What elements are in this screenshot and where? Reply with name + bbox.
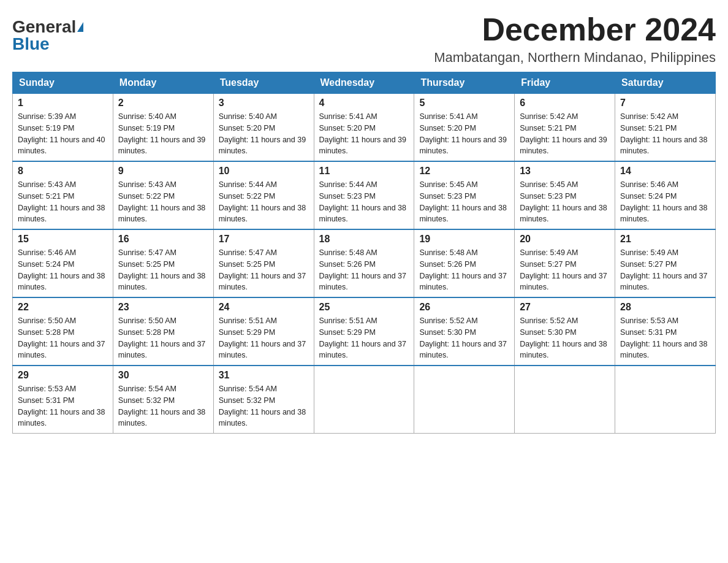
day-number: 16 [118, 234, 208, 245]
day-info: Sunrise: 5:50 AMSunset: 5:28 PMDaylight:… [18, 316, 105, 359]
month-title: December 2024 [434, 12, 716, 47]
logo: General Blue [12, 12, 83, 53]
day-number: 2 [118, 98, 208, 109]
calendar-cell [414, 366, 515, 434]
day-info: Sunrise: 5:52 AMSunset: 5:30 PMDaylight:… [419, 316, 506, 359]
calendar-cell: 9 Sunrise: 5:43 AMSunset: 5:22 PMDayligh… [113, 161, 213, 229]
day-info: Sunrise: 5:49 AMSunset: 5:27 PMDaylight:… [520, 248, 607, 291]
day-number: 5 [419, 98, 509, 109]
day-number: 19 [419, 234, 509, 245]
calendar-cell: 26 Sunrise: 5:52 AMSunset: 5:30 PMDaylig… [414, 297, 515, 366]
logo-triangle-icon [77, 22, 83, 32]
calendar-cell: 19 Sunrise: 5:48 AMSunset: 5:26 PMDaylig… [414, 229, 515, 297]
day-info: Sunrise: 5:40 AMSunset: 5:20 PMDaylight:… [219, 112, 306, 155]
day-info: Sunrise: 5:47 AMSunset: 5:25 PMDaylight:… [118, 248, 205, 291]
day-number: 25 [319, 302, 409, 313]
calendar-cell: 6 Sunrise: 5:42 AMSunset: 5:21 PMDayligh… [515, 94, 615, 162]
calendar-cell: 11 Sunrise: 5:44 AMSunset: 5:23 PMDaylig… [314, 161, 414, 229]
location-subtitle: Mambatangan, Northern Mindanao, Philippi… [434, 50, 716, 66]
day-info: Sunrise: 5:46 AMSunset: 5:24 PMDaylight:… [18, 248, 105, 291]
calendar-week-row: 15 Sunrise: 5:46 AMSunset: 5:24 PMDaylig… [13, 229, 716, 297]
weekday-header-tuesday: Tuesday [213, 72, 314, 94]
day-number: 3 [219, 98, 309, 109]
weekday-header-sunday: Sunday [13, 72, 113, 94]
calendar-week-row: 1 Sunrise: 5:39 AMSunset: 5:19 PMDayligh… [13, 94, 716, 162]
day-number: 29 [18, 370, 108, 381]
day-number: 30 [118, 370, 208, 381]
day-info: Sunrise: 5:40 AMSunset: 5:19 PMDaylight:… [118, 112, 205, 155]
calendar-cell [615, 366, 716, 434]
day-info: Sunrise: 5:44 AMSunset: 5:23 PMDaylight:… [319, 180, 406, 223]
calendar-cell: 29 Sunrise: 5:53 AMSunset: 5:31 PMDaylig… [13, 366, 113, 434]
calendar-cell: 23 Sunrise: 5:50 AMSunset: 5:28 PMDaylig… [113, 297, 213, 366]
day-info: Sunrise: 5:44 AMSunset: 5:22 PMDaylight:… [219, 180, 306, 223]
day-number: 9 [118, 166, 208, 177]
day-info: Sunrise: 5:43 AMSunset: 5:22 PMDaylight:… [118, 180, 205, 223]
day-number: 4 [319, 98, 409, 109]
calendar-week-row: 22 Sunrise: 5:50 AMSunset: 5:28 PMDaylig… [13, 297, 716, 366]
day-info: Sunrise: 5:45 AMSunset: 5:23 PMDaylight:… [520, 180, 607, 223]
day-info: Sunrise: 5:48 AMSunset: 5:26 PMDaylight:… [419, 248, 506, 291]
logo-blue-text: Blue [12, 36, 50, 53]
day-number: 15 [18, 234, 108, 245]
calendar-cell: 7 Sunrise: 5:42 AMSunset: 5:21 PMDayligh… [615, 94, 716, 162]
calendar-week-row: 29 Sunrise: 5:53 AMSunset: 5:31 PMDaylig… [13, 366, 716, 434]
day-number: 7 [620, 98, 710, 109]
calendar-cell: 10 Sunrise: 5:44 AMSunset: 5:22 PMDaylig… [213, 161, 314, 229]
calendar-cell: 14 Sunrise: 5:46 AMSunset: 5:24 PMDaylig… [615, 161, 716, 229]
calendar-cell: 16 Sunrise: 5:47 AMSunset: 5:25 PMDaylig… [113, 229, 213, 297]
calendar-cell: 17 Sunrise: 5:47 AMSunset: 5:25 PMDaylig… [213, 229, 314, 297]
day-number: 17 [219, 234, 309, 245]
day-info: Sunrise: 5:52 AMSunset: 5:30 PMDaylight:… [520, 316, 607, 359]
calendar-cell: 27 Sunrise: 5:52 AMSunset: 5:30 PMDaylig… [515, 297, 615, 366]
calendar-cell: 22 Sunrise: 5:50 AMSunset: 5:28 PMDaylig… [13, 297, 113, 366]
day-number: 23 [118, 302, 208, 313]
day-info: Sunrise: 5:41 AMSunset: 5:20 PMDaylight:… [419, 112, 506, 155]
day-info: Sunrise: 5:49 AMSunset: 5:27 PMDaylight:… [620, 248, 707, 291]
calendar-cell: 20 Sunrise: 5:49 AMSunset: 5:27 PMDaylig… [515, 229, 615, 297]
day-info: Sunrise: 5:53 AMSunset: 5:31 PMDaylight:… [620, 316, 707, 359]
weekday-header-thursday: Thursday [414, 72, 515, 94]
day-number: 28 [620, 302, 710, 313]
calendar-cell: 13 Sunrise: 5:45 AMSunset: 5:23 PMDaylig… [515, 161, 615, 229]
logo-general-text: General [12, 18, 76, 36]
day-info: Sunrise: 5:54 AMSunset: 5:32 PMDaylight:… [118, 385, 205, 427]
calendar-cell: 12 Sunrise: 5:45 AMSunset: 5:23 PMDaylig… [414, 161, 515, 229]
day-info: Sunrise: 5:42 AMSunset: 5:21 PMDaylight:… [520, 112, 607, 155]
calendar-cell: 5 Sunrise: 5:41 AMSunset: 5:20 PMDayligh… [414, 94, 515, 162]
day-number: 27 [520, 302, 610, 313]
calendar-cell: 30 Sunrise: 5:54 AMSunset: 5:32 PMDaylig… [113, 366, 213, 434]
day-number: 22 [18, 302, 108, 313]
day-number: 18 [319, 234, 409, 245]
calendar-cell: 18 Sunrise: 5:48 AMSunset: 5:26 PMDaylig… [314, 229, 414, 297]
calendar-cell: 3 Sunrise: 5:40 AMSunset: 5:20 PMDayligh… [213, 94, 314, 162]
calendar-cell: 21 Sunrise: 5:49 AMSunset: 5:27 PMDaylig… [615, 229, 716, 297]
day-info: Sunrise: 5:48 AMSunset: 5:26 PMDaylight:… [319, 248, 406, 291]
day-number: 6 [520, 98, 610, 109]
day-number: 10 [219, 166, 309, 177]
day-info: Sunrise: 5:47 AMSunset: 5:25 PMDaylight:… [219, 248, 306, 291]
day-info: Sunrise: 5:39 AMSunset: 5:19 PMDaylight:… [18, 112, 105, 155]
day-number: 14 [620, 166, 710, 177]
calendar-cell: 1 Sunrise: 5:39 AMSunset: 5:19 PMDayligh… [13, 94, 113, 162]
weekday-header-monday: Monday [113, 72, 213, 94]
weekday-header-row: SundayMondayTuesdayWednesdayThursdayFrid… [13, 72, 716, 94]
day-info: Sunrise: 5:46 AMSunset: 5:24 PMDaylight:… [620, 180, 707, 223]
day-info: Sunrise: 5:50 AMSunset: 5:28 PMDaylight:… [118, 316, 205, 359]
weekday-header-wednesday: Wednesday [314, 72, 414, 94]
day-number: 31 [219, 370, 309, 381]
calendar-week-row: 8 Sunrise: 5:43 AMSunset: 5:21 PMDayligh… [13, 161, 716, 229]
calendar-cell: 8 Sunrise: 5:43 AMSunset: 5:21 PMDayligh… [13, 161, 113, 229]
calendar-cell [314, 366, 414, 434]
calendar-cell: 4 Sunrise: 5:41 AMSunset: 5:20 PMDayligh… [314, 94, 414, 162]
calendar-cell [515, 366, 615, 434]
day-info: Sunrise: 5:41 AMSunset: 5:20 PMDaylight:… [319, 112, 406, 155]
day-number: 12 [419, 166, 509, 177]
day-info: Sunrise: 5:53 AMSunset: 5:31 PMDaylight:… [18, 385, 105, 427]
day-number: 8 [18, 166, 108, 177]
day-number: 1 [18, 98, 108, 109]
title-section: December 2024 Mambatangan, Northern Mind… [434, 12, 716, 66]
day-number: 21 [620, 234, 710, 245]
weekday-header-saturday: Saturday [615, 72, 716, 94]
calendar-cell: 28 Sunrise: 5:53 AMSunset: 5:31 PMDaylig… [615, 297, 716, 366]
